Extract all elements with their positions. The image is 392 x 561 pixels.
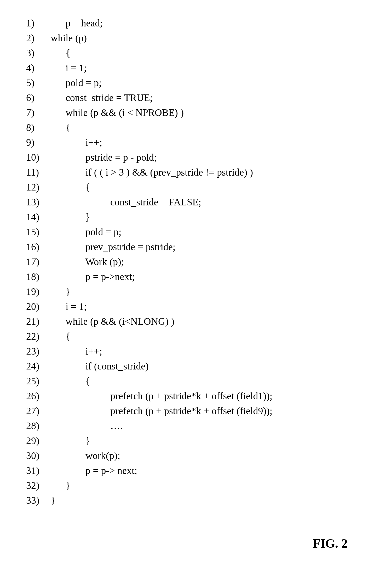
- code-listing: 1) p = head;2) while (p)3) {4) i = 1;5) …: [26, 16, 379, 508]
- code-line: 13) const_stride = FALSE;: [26, 195, 379, 210]
- line-number: 21): [26, 314, 46, 329]
- line-content: p = p-> next;: [46, 463, 137, 478]
- code-line: 8) {: [26, 120, 379, 135]
- line-number: 11): [26, 165, 46, 180]
- line-number: 18): [26, 269, 46, 284]
- code-line: 5) pold = p;: [26, 75, 379, 90]
- line-content: ….: [46, 418, 123, 433]
- line-content: }: [46, 433, 90, 448]
- line-number: 27): [26, 403, 46, 418]
- code-line: 20) i = 1;: [26, 299, 379, 314]
- line-number: 15): [26, 225, 46, 239]
- line-number: 9): [26, 135, 46, 150]
- line-number: 33): [26, 493, 46, 508]
- code-line: 10) pstride = p - pold;: [26, 150, 379, 165]
- line-number: 31): [26, 463, 46, 478]
- line-number: 16): [26, 239, 46, 254]
- line-content: i = 1;: [46, 299, 87, 314]
- code-line: 16) prev_pstride = pstride;: [26, 239, 379, 254]
- line-number: 7): [26, 105, 46, 120]
- line-number: 6): [26, 90, 46, 105]
- line-content: }: [46, 284, 70, 299]
- line-content: const_stride = TRUE;: [46, 90, 153, 105]
- code-line: 15) pold = p;: [26, 225, 379, 239]
- code-line: 17) Work (p);: [26, 254, 379, 269]
- line-content: prefetch (p + pstride*k + offset (field9…: [46, 403, 272, 418]
- line-content: work(p);: [46, 448, 120, 463]
- code-line: 3) {: [26, 46, 379, 60]
- line-content: pstride = p - pold;: [46, 150, 157, 165]
- code-line: 30) work(p);: [26, 448, 379, 463]
- line-content: }: [46, 210, 90, 225]
- line-content: while (p && (i < NPROBE) ): [46, 105, 184, 120]
- line-content: p = p->next;: [46, 269, 135, 284]
- code-line: 14) }: [26, 210, 379, 225]
- line-number: 19): [26, 284, 46, 299]
- code-line: 11) if ( ( i > 3 ) && (prev_pstride != p…: [26, 165, 379, 180]
- code-line: 4) i = 1;: [26, 60, 379, 75]
- line-number: 32): [26, 478, 46, 493]
- line-number: 3): [26, 46, 46, 60]
- line-number: 26): [26, 389, 46, 403]
- code-line: 25) {: [26, 374, 379, 389]
- line-number: 23): [26, 344, 46, 359]
- line-content: while (p): [46, 31, 87, 46]
- code-line: 12) {: [26, 180, 379, 195]
- line-number: 10): [26, 150, 46, 165]
- code-line: 28) ….: [26, 418, 379, 433]
- line-content: }: [46, 493, 55, 508]
- line-content: const_stride = FALSE;: [46, 195, 201, 210]
- line-content: if ( ( i > 3 ) && (prev_pstride != pstri…: [46, 165, 253, 180]
- code-line: 26) prefetch (p + pstride*k + offset (fi…: [26, 389, 379, 403]
- line-content: {: [46, 46, 70, 60]
- line-content: while (p && (i<NLONG) ): [46, 314, 174, 329]
- code-line: 18) p = p->next;: [26, 269, 379, 284]
- code-line: 23) i++;: [26, 344, 379, 359]
- line-number: 25): [26, 374, 46, 389]
- code-line: 2) while (p): [26, 31, 379, 46]
- line-number: 17): [26, 254, 46, 269]
- line-number: 30): [26, 448, 46, 463]
- line-content: }: [46, 478, 70, 493]
- line-number: 2): [26, 31, 46, 46]
- code-line: 29) }: [26, 433, 379, 448]
- line-number: 12): [26, 180, 46, 195]
- code-line: 9) i++;: [26, 135, 379, 150]
- figure-label: FIG. 2: [26, 534, 379, 553]
- line-content: pold = p;: [46, 225, 122, 239]
- line-number: 20): [26, 299, 46, 314]
- line-number: 22): [26, 329, 46, 344]
- code-line: 19) }: [26, 284, 379, 299]
- line-number: 28): [26, 418, 46, 433]
- code-line: 27) prefetch (p + pstride*k + offset (fi…: [26, 403, 379, 418]
- line-number: 13): [26, 195, 46, 210]
- line-content: {: [46, 374, 90, 389]
- line-number: 5): [26, 75, 46, 90]
- line-content: i = 1;: [46, 60, 87, 75]
- code-line: 31) p = p-> next;: [26, 463, 379, 478]
- code-line: 22) {: [26, 329, 379, 344]
- line-number: 14): [26, 210, 46, 225]
- line-content: if (const_stride): [46, 359, 149, 374]
- line-content: pold = p;: [46, 75, 102, 90]
- line-content: prev_pstride = pstride;: [46, 239, 175, 254]
- code-line: 21) while (p && (i<NLONG) ): [26, 314, 379, 329]
- code-line: 24) if (const_stride): [26, 359, 379, 374]
- line-number: 24): [26, 359, 46, 374]
- line-content: prefetch (p + pstride*k + offset (field1…: [46, 389, 272, 403]
- code-line: 32) }: [26, 478, 379, 493]
- line-content: i++;: [46, 135, 102, 150]
- line-number: 29): [26, 433, 46, 448]
- line-content: {: [46, 120, 70, 135]
- code-line: 1) p = head;: [26, 16, 379, 31]
- line-content: {: [46, 329, 70, 344]
- line-content: p = head;: [46, 16, 103, 31]
- code-line: 33) }: [26, 493, 379, 508]
- line-content: i++;: [46, 344, 102, 359]
- line-content: Work (p);: [46, 254, 124, 269]
- code-line: 7) while (p && (i < NPROBE) ): [26, 105, 379, 120]
- line-number: 8): [26, 120, 46, 135]
- code-line: 6) const_stride = TRUE;: [26, 90, 379, 105]
- line-number: 1): [26, 16, 46, 31]
- line-number: 4): [26, 60, 46, 75]
